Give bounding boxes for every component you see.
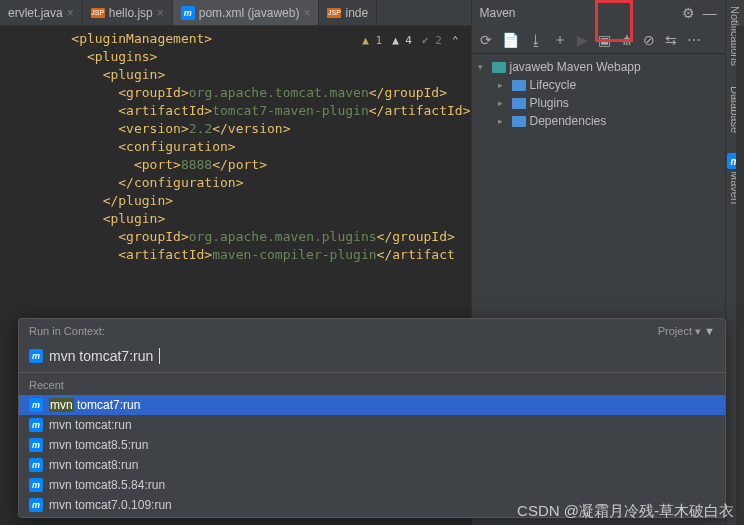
maven-icon: m (29, 478, 43, 492)
up-icon: ⌃ (452, 32, 459, 50)
toggle-offline-icon[interactable]: ⋔ (621, 32, 633, 48)
reload-icon[interactable]: ⟳ (480, 32, 492, 48)
scrollbar[interactable] (736, 26, 744, 525)
chevron-right-icon: ▸ (498, 98, 508, 108)
warning-icon: ▲ 1 (362, 32, 382, 50)
tab-pom-xml[interactable]: m pom.xml (javaweb) × (173, 0, 320, 25)
tab-hello-jsp[interactable]: JSP hello.jsp × (83, 0, 173, 25)
generate-sources-icon[interactable]: 📄 (502, 32, 519, 48)
run-icon[interactable]: ▶ (577, 32, 588, 48)
close-icon[interactable]: × (157, 6, 164, 20)
module-icon (492, 62, 506, 73)
weak-warning-icon: ▲ 4 (392, 32, 412, 50)
hide-icon[interactable]: — (703, 5, 717, 21)
skip-tests-icon[interactable]: ⊘ (643, 32, 655, 48)
list-item[interactable]: mmvn tomcat8.5.84:run (19, 475, 725, 495)
folder-icon (512, 80, 526, 91)
maven-icon: m (29, 349, 43, 363)
filter-icon[interactable]: ▼ (704, 325, 715, 337)
scope-selector[interactable]: Project ▾ (658, 325, 701, 337)
chevron-down-icon: ▾ (478, 62, 488, 72)
close-icon[interactable]: × (67, 6, 74, 20)
maven-icon: m (181, 6, 195, 20)
inspection-indicators[interactable]: ▲ 1 ▲ 4 ✔ 2 ⌃ (362, 32, 458, 50)
download-icon[interactable]: ⭳ (529, 32, 543, 48)
list-item[interactable]: mmvn tomcat:run (19, 415, 725, 435)
maven-icon: m (29, 458, 43, 472)
recent-label: Recent (19, 375, 725, 395)
jsp-icon: JSP (327, 8, 341, 18)
jsp-icon: JSP (91, 8, 105, 18)
maven-toolbar: ⟳ 📄 ⭳ ＋ ▶ ▣ ⋔ ⊘ ⇆ ⋯ (472, 26, 725, 54)
close-icon[interactable]: × (303, 6, 310, 20)
gear-icon[interactable]: ⚙ (682, 5, 695, 21)
run-input[interactable]: m mvn tomcat7:run (19, 344, 725, 372)
tree-root[interactable]: ▾ javaweb Maven Webapp (472, 58, 725, 76)
list-item[interactable]: mmvn tomcat8:run (19, 455, 725, 475)
tree-plugins[interactable]: ▸ Plugins (472, 94, 725, 112)
maven-icon: m (29, 498, 43, 512)
show-settings-icon[interactable]: ⇆ (665, 32, 677, 48)
folder-icon (512, 116, 526, 127)
list-item[interactable]: mmvn tomcat8.5:run (19, 435, 725, 455)
list-item[interactable]: m mvn tomcat7:run (19, 395, 725, 415)
tab-index[interactable]: JSP inde (319, 0, 377, 25)
maven-icon: m (29, 398, 43, 412)
chevron-right-icon: ▸ (498, 116, 508, 126)
panel-title: Maven (480, 6, 516, 20)
add-icon[interactable]: ＋ (553, 31, 567, 49)
folder-icon (512, 98, 526, 109)
execute-goal-icon[interactable]: ▣ (598, 32, 611, 48)
tree-lifecycle[interactable]: ▸ Lifecycle (472, 76, 725, 94)
more-icon[interactable]: ⋯ (687, 32, 701, 48)
list-item[interactable]: mmvn tomcat7.0.109:run (19, 495, 725, 515)
tree-dependencies[interactable]: ▸ Dependencies (472, 112, 725, 130)
check-icon: ✔ 2 (422, 32, 442, 50)
maven-icon: m (29, 438, 43, 452)
tab-servlet-java[interactable]: ervlet.java × (0, 0, 83, 25)
editor-tabs: ervlet.java × JSP hello.jsp × m pom.xml … (0, 0, 471, 26)
popup-title: Run in Context: (29, 325, 105, 338)
maven-tree: ▾ javaweb Maven Webapp ▸ Lifecycle ▸ Plu… (472, 54, 725, 134)
maven-icon: m (29, 418, 43, 432)
run-anything-popup: Run in Context: Project ▾ ▼ m mvn tomcat… (18, 318, 726, 518)
chevron-right-icon: ▸ (498, 80, 508, 90)
